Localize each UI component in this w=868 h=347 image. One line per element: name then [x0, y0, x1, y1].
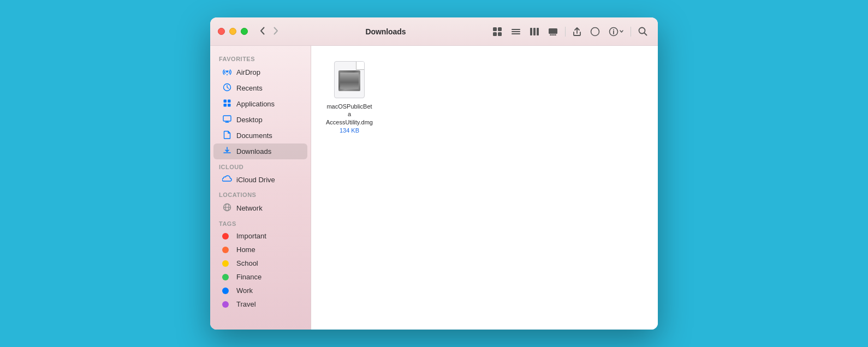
desktop-icon	[222, 115, 232, 125]
list-view-button[interactable]	[508, 25, 524, 38]
locations-label: Locations	[210, 187, 311, 200]
traffic-lights	[218, 28, 248, 35]
file-preview-image	[338, 70, 360, 91]
svg-rect-13	[554, 34, 556, 35]
svg-rect-9	[537, 28, 539, 35]
applications-icon	[222, 99, 232, 109]
finance-tag-icon	[222, 274, 232, 280]
svg-rect-2	[493, 32, 497, 36]
file-size: 134 KB	[340, 127, 359, 134]
svg-rect-23	[224, 104, 227, 107]
file-paper	[334, 61, 365, 98]
sidebar-item-school[interactable]: School	[213, 256, 307, 270]
work-tag-icon	[222, 288, 232, 294]
file-item-dmg[interactable]: macOSPublicBeta AccessUtility.dmg 134 KB	[322, 57, 377, 137]
documents-icon	[222, 130, 232, 141]
sidebar-finance-label: Finance	[236, 273, 261, 281]
column-view-button[interactable]	[527, 25, 542, 38]
sidebar-important-label: Important	[236, 232, 266, 240]
sidebar-item-icloud-drive[interactable]: iCloud Drive	[213, 172, 307, 187]
svg-rect-21	[224, 100, 227, 103]
search-button[interactable]	[635, 25, 650, 38]
forward-button[interactable]	[270, 26, 282, 38]
sidebar-item-finance[interactable]: Finance	[213, 270, 307, 284]
titlebar: Downloads	[210, 17, 658, 46]
sidebar-item-work[interactable]: Work	[213, 284, 307, 297]
sidebar-school-label: School	[236, 259, 258, 267]
main-panel: macOSPublicBeta AccessUtility.dmg 134 KB	[311, 46, 658, 330]
nav-buttons	[257, 26, 282, 38]
info-button[interactable]	[606, 25, 626, 38]
sidebar-item-recents[interactable]: Recents	[213, 80, 307, 96]
downloads-icon	[222, 146, 232, 157]
tags-label: Tags	[210, 216, 311, 229]
sidebar: Favorites AirDrop	[210, 46, 311, 330]
finder-window: Downloads	[210, 17, 658, 330]
toolbar-icons	[490, 25, 650, 38]
svg-rect-10	[549, 28, 557, 34]
sidebar-icloud-label: iCloud Drive	[236, 176, 275, 184]
svg-point-17	[613, 29, 614, 30]
home-tag-icon	[222, 247, 232, 253]
close-button[interactable]	[218, 28, 225, 35]
share-button[interactable]	[570, 25, 584, 38]
svg-rect-22	[228, 100, 231, 103]
sidebar-item-desktop[interactable]: Desktop	[213, 112, 307, 128]
tag-button[interactable]	[587, 25, 603, 38]
svg-rect-24	[228, 104, 231, 107]
icon-view-button[interactable]	[490, 25, 505, 38]
network-icon	[222, 203, 232, 213]
sidebar-applications-label: Applications	[236, 100, 275, 108]
travel-tag-icon	[222, 301, 232, 308]
sidebar-desktop-label: Desktop	[236, 116, 263, 124]
sidebar-item-important[interactable]: Important	[213, 229, 307, 243]
school-tag-icon	[222, 260, 232, 267]
svg-point-14	[591, 27, 599, 35]
back-button[interactable]	[257, 26, 268, 38]
window-title: Downloads	[282, 27, 490, 36]
sidebar-item-downloads[interactable]: Downloads	[213, 143, 307, 159]
svg-rect-1	[498, 27, 502, 31]
file-preview-inner	[340, 73, 359, 89]
sidebar-documents-label: Documents	[236, 131, 272, 140]
sidebar-airdrop-label: AirDrop	[236, 68, 260, 76]
maximize-button[interactable]	[241, 28, 248, 35]
svg-rect-12	[552, 34, 554, 35]
sidebar-item-applications[interactable]: Applications	[213, 96, 307, 112]
sidebar-work-label: Work	[236, 286, 253, 295]
sidebar-downloads-label: Downloads	[236, 147, 271, 155]
svg-rect-25	[223, 116, 231, 121]
content-area: Favorites AirDrop	[210, 46, 658, 330]
recents-icon	[222, 83, 232, 93]
svg-line-19	[644, 33, 647, 35]
toolbar-separator-1	[565, 27, 566, 37]
svg-rect-8	[533, 28, 536, 35]
sidebar-network-label: Network	[236, 204, 263, 212]
svg-rect-7	[530, 28, 532, 35]
airdrop-icon	[222, 67, 232, 77]
toolbar-separator-2	[631, 27, 631, 37]
icloud-label: iCloud	[210, 159, 311, 172]
sidebar-travel-label: Travel	[236, 300, 256, 308]
sidebar-item-home[interactable]: Home	[213, 243, 307, 256]
svg-rect-11	[550, 34, 552, 35]
svg-rect-0	[493, 27, 497, 31]
sidebar-home-label: Home	[236, 246, 255, 254]
sidebar-item-network[interactable]: Network	[213, 200, 307, 216]
gallery-view-button[interactable]	[545, 25, 561, 38]
sidebar-recents-label: Recents	[236, 84, 263, 92]
important-tag-icon	[222, 233, 232, 240]
favorites-label: Favorites	[210, 51, 311, 64]
file-icon	[332, 60, 367, 99]
svg-rect-3	[498, 32, 502, 36]
file-name: macOSPublicBeta AccessUtility.dmg	[325, 103, 373, 126]
icloud-icon	[222, 175, 232, 184]
sidebar-item-airdrop[interactable]: AirDrop	[213, 64, 307, 80]
minimize-button[interactable]	[229, 28, 236, 35]
sidebar-item-travel[interactable]: Travel	[213, 297, 307, 311]
sidebar-item-documents[interactable]: Documents	[213, 128, 307, 143]
